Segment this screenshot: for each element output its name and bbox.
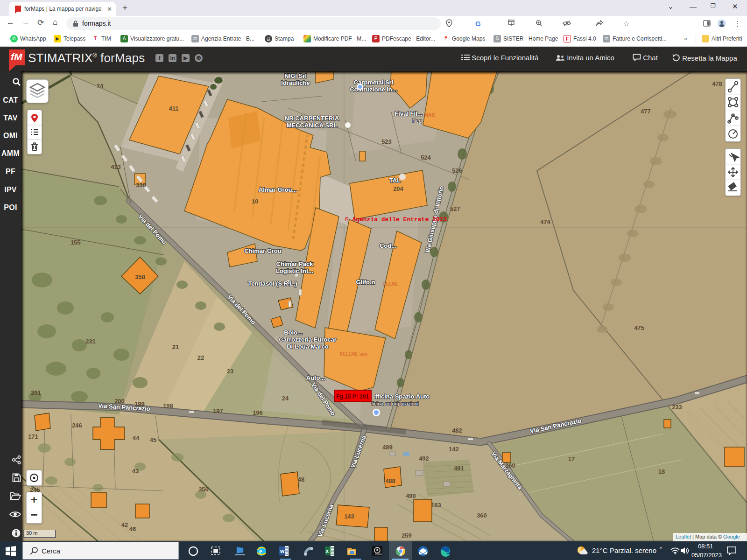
svg-text:Idrauliche: Idrauliche [281,79,310,86]
svg-text:Glifo.n: Glifo.n [356,279,375,286]
svg-text:482: 482 [452,427,462,434]
svg-text:490: 490 [406,492,416,499]
svg-text:488: 488 [385,477,395,484]
svg-text:197: 197 [213,407,223,414]
svg-text:350: 350 [198,486,209,493]
svg-text:411: 411 [169,105,179,112]
svg-text:ELENE: ELENE [382,281,398,287]
svg-text:Fg.15 P: 391: Fg.15 P: 391 [336,393,369,400]
svg-text:246: 246 [72,422,82,429]
svg-text:413: 413 [111,163,121,170]
svg-text:198: 198 [163,402,173,409]
svg-text:Neg: Neg [412,118,422,124]
svg-text:17: 17 [568,455,575,462]
svg-text:MECCANICA SRL: MECCANICA SRL [287,122,338,129]
svg-text:524: 524 [421,154,431,161]
svg-text:491: 491 [454,465,464,472]
svg-text:43: 43 [132,468,139,475]
svg-text:42: 42 [121,521,128,528]
svg-text:45: 45 [150,436,156,443]
svg-text:204: 204 [393,185,403,192]
svg-text:23: 23 [227,368,233,375]
svg-text:w: w [280,548,285,554]
svg-text:489: 489 [382,444,393,451]
svg-text:Cod...: Cod... [380,242,396,249]
svg-text:143: 143 [344,513,354,520]
svg-text:527: 527 [450,205,460,212]
svg-text:48: 48 [298,476,304,483]
svg-text:475: 475 [634,324,644,331]
svg-text:Chimar Pack: Chimar Pack [276,260,314,267]
svg-text:vmware: vmware [375,553,382,555]
svg-text:21: 21 [172,343,179,350]
svg-text:Chimar Grou: Chimar Grou [244,247,282,254]
svg-text:358: 358 [135,273,145,280]
svg-text:196: 196 [253,409,263,416]
svg-text:233: 233 [672,404,682,411]
svg-text:Auto...: Auto... [306,374,325,381]
svg-text:478: 478 [712,80,722,87]
svg-text:NR CARPENTERIA: NR CARPENTERIA [285,115,339,122]
svg-text:44: 44 [133,434,140,441]
svg-text:TAL: TAL [389,177,401,184]
svg-text:74: 74 [97,83,104,90]
svg-text:Carrozzeria Eurocar: Carrozzeria Eurocar [279,336,337,343]
svg-text:10: 10 [252,198,258,205]
svg-text:SELENE spa: SELENE spa [339,351,367,357]
svg-text:474: 474 [540,218,550,225]
svg-text:ficina autoriparazioni: ficina autoriparazioni [372,401,419,406]
svg-text:523: 523 [381,138,392,145]
svg-text:18: 18 [658,468,665,475]
svg-text:Tendasol (S.R.L.): Tendasol (S.R.L.) [248,280,297,287]
svg-text:171: 171 [28,433,38,440]
svg-text:Di Loua Marco: Di Loua Marco [287,343,329,350]
svg-text:155: 155 [70,239,81,246]
svg-text:fficina Spazio Auto: fficina Spazio Auto [375,393,430,400]
svg-text:259: 259 [402,532,412,539]
svg-text:NIGI Srl: NIGI Srl [284,72,307,79]
svg-text:Almar Grou...: Almar Grou... [259,186,297,193]
svg-text:477: 477 [641,108,651,115]
svg-text:Logistic Int...: Logistic Int... [276,267,313,274]
svg-text:MAB: MAB [424,112,435,118]
svg-text:22: 22 [197,354,204,361]
svg-text:Fival Fil...: Fival Fil... [395,110,422,117]
svg-text:Boio...: Boio... [284,329,303,336]
svg-text:526: 526 [452,167,462,174]
svg-text:163: 163 [431,502,441,509]
svg-text:360: 360 [477,512,487,519]
svg-text:330: 330 [136,182,146,189]
svg-text:201: 201 [31,389,41,396]
svg-text:e: e [259,548,262,555]
svg-text:142: 142 [449,446,459,453]
svg-text:492: 492 [419,455,429,462]
svg-text:© Agenzia delle Entrate 2023: © Agenzia delle Entrate 2023 [345,216,447,223]
svg-text:46: 46 [129,525,136,532]
svg-text:x: x [326,548,329,554]
svg-text:24: 24 [282,395,289,402]
svg-text:231: 231 [85,338,96,345]
